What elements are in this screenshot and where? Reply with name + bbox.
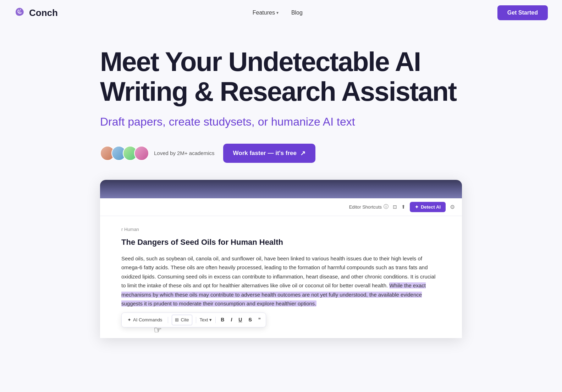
arrow-icon: ↗ [300, 149, 305, 157]
toolbar-divider [168, 317, 168, 323]
sparkle-icon: ✦ [127, 316, 131, 324]
hero-cta-row: Loved by 2M+ academics Work faster — it'… [100, 144, 462, 163]
quote-btn[interactable]: ” [257, 315, 262, 325]
doc-label: r Human [121, 227, 441, 232]
toolbar-divider [196, 317, 196, 323]
export-icon: ⬆ [401, 204, 406, 210]
text-dropdown-btn[interactable]: Text ▾ [200, 316, 212, 324]
chevron-down-icon: ▾ [276, 10, 279, 15]
avatar-group: Loved by 2M+ academics [100, 146, 215, 161]
demo-top-bar [100, 180, 462, 198]
logo-icon [14, 6, 26, 19]
navbar: Conch Features ▾ Blog Get Started [0, 0, 562, 26]
chevron-down-icon: ▾ [209, 316, 212, 324]
get-started-button[interactable]: Get Started [497, 5, 548, 20]
doc-heading: The Dangers of Seed Oils for Human Healt… [121, 238, 441, 247]
toolbar-divider [215, 317, 216, 323]
strikethrough-btn[interactable]: S [247, 315, 253, 325]
editor-shortcuts[interactable]: Editor Shortcuts ⓘ [349, 204, 389, 210]
hero-title: Meet Your Undetectable AI Writing & Rese… [100, 47, 462, 106]
logo-link[interactable]: Conch [14, 6, 58, 19]
hero-section: Meet Your Undetectable AI Writing & Rese… [86, 26, 476, 338]
doc-body: Seed oils, such as soybean oil, canola o… [121, 254, 441, 327]
sparkle-icon: ✦ [415, 204, 419, 210]
logo-text: Conch [29, 7, 58, 18]
inline-toolbar: ✦ AI Commands ⊞ Cite Text ▾ B I [121, 313, 266, 327]
save-icon: ⊡ [393, 204, 397, 210]
editor-content: r Human The Dangers of Seed Oils for Hum… [100, 216, 462, 338]
avatar [134, 146, 149, 161]
bold-btn[interactable]: B [219, 315, 226, 325]
italic-btn[interactable]: I [229, 315, 233, 325]
save-icon-btn[interactable]: ⊡ [393, 204, 397, 210]
hero-subtitle: Draft papers, create studysets, or human… [100, 115, 462, 129]
settings-icon[interactable]: ⚙ [450, 204, 455, 210]
blog-link[interactable]: Blog [291, 10, 303, 16]
cite-icon: ⊞ [175, 316, 179, 324]
features-link[interactable]: Features ▾ [253, 10, 279, 16]
underline-btn[interactable]: U [237, 315, 243, 325]
demo-container: Editor Shortcuts ⓘ ⊡ ⬆ ✦ Detect AI ⚙ r H… [100, 180, 462, 338]
cta-button[interactable]: Work faster — it's free ↗ [223, 144, 315, 163]
export-icon-btn[interactable]: ⬆ [401, 204, 406, 210]
cite-btn[interactable]: ⊞ Cite [172, 315, 192, 325]
nav-links: Features ▾ Blog [253, 10, 303, 16]
cursor-icon: ☞ [154, 322, 162, 338]
help-icon: ⓘ [384, 204, 389, 210]
detect-ai-button[interactable]: ✦ Detect AI [410, 202, 446, 212]
loved-text: Loved by 2M+ academics [154, 150, 215, 156]
editor-toolbar: Editor Shortcuts ⓘ ⊡ ⬆ ✦ Detect AI ⚙ [100, 198, 462, 216]
